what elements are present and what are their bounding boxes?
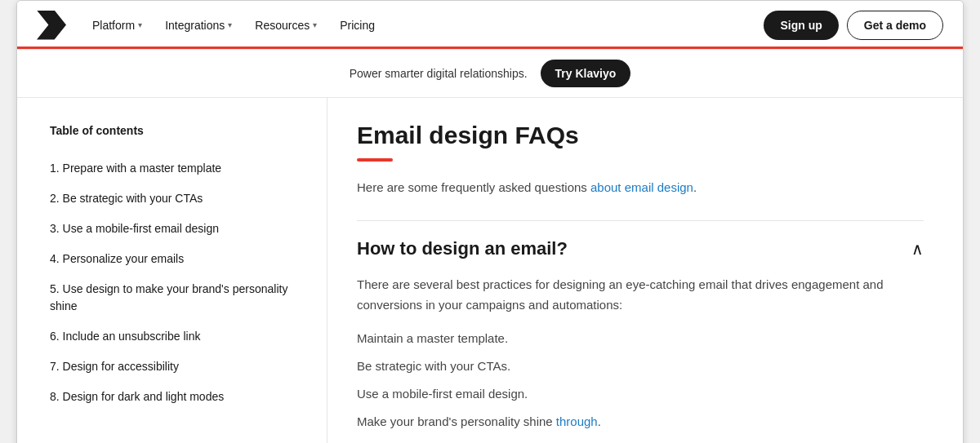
nav-links: Platform ▾ Integrations ▾ Resources ▾ Pr… bbox=[82, 12, 764, 38]
toc-item-8[interactable]: 8. Design for dark and light modes bbox=[50, 382, 307, 412]
faq-question-1: How to design an email? bbox=[357, 237, 568, 261]
toc-title: Table of contents bbox=[50, 124, 307, 137]
faq-question-row-1: How to design an email? ∧ bbox=[357, 237, 924, 261]
faq-title-underline bbox=[357, 158, 393, 162]
nav-platform-label: Platform bbox=[92, 19, 135, 32]
try-klaviyo-button[interactable]: Try Klaviyo bbox=[541, 60, 631, 87]
toc-item-2[interactable]: 2. Be strategic with your CTAs bbox=[50, 184, 307, 214]
faq-intro: Here are some frequently asked questions… bbox=[357, 178, 924, 197]
faq-divider bbox=[357, 220, 924, 221]
browser-frame: Platform ▾ Integrations ▾ Resources ▾ Pr… bbox=[16, 0, 964, 443]
toc-item-6[interactable]: 6. Include an unsubscribe link bbox=[50, 321, 307, 352]
faq-list-item-3: Use a mobile-first email design. bbox=[357, 384, 924, 404]
nav-integrations-label: Integrations bbox=[165, 19, 225, 32]
toc-item-3[interactable]: 3. Use a mobile-first email design bbox=[50, 214, 307, 244]
get-demo-button[interactable]: Get a demo bbox=[847, 11, 943, 40]
navbar: Platform ▾ Integrations ▾ Resources ▾ Pr… bbox=[17, 1, 963, 50]
nav-item-pricing[interactable]: Pricing bbox=[330, 12, 385, 38]
nav-item-resources[interactable]: Resources ▾ bbox=[245, 12, 327, 38]
faq-list-item-1: Maintain a master template. bbox=[357, 329, 924, 348]
klaviyo-logo bbox=[37, 11, 66, 40]
main-content: Email design FAQs Here are some frequent… bbox=[327, 98, 963, 443]
faq-answer-body: There are several best practices for des… bbox=[357, 274, 924, 316]
signup-button[interactable]: Sign up bbox=[764, 11, 838, 40]
sidebar: Table of contents 1. Prepare with a mast… bbox=[17, 98, 327, 443]
toc-item-7[interactable]: 7. Design for accessibility bbox=[50, 352, 307, 382]
main-layout: Table of contents 1. Prepare with a mast… bbox=[17, 98, 963, 443]
faq-intro-link[interactable]: about email design bbox=[590, 180, 693, 194]
promo-banner: Power smarter digital relationships. Try… bbox=[17, 50, 963, 98]
toc-item-4[interactable]: 4. Personalize your emails bbox=[50, 244, 307, 274]
toc-list: 1. Prepare with a master template 2. Be … bbox=[50, 153, 307, 412]
banner-text: Power smarter digital relationships. bbox=[350, 67, 528, 80]
platform-chevron-icon: ▾ bbox=[138, 20, 142, 29]
faq-list-item-2: Be strategic with your CTAs. bbox=[357, 357, 924, 376]
nav-resources-label: Resources bbox=[255, 19, 310, 32]
chevron-up-icon[interactable]: ∧ bbox=[911, 239, 924, 259]
integrations-chevron-icon: ▾ bbox=[228, 20, 232, 29]
faq-list-item-4: Make your brand's personality shine thro… bbox=[357, 412, 924, 432]
toc-item-5[interactable]: 5. Use design to make your brand's perso… bbox=[50, 274, 307, 321]
nav-actions: Sign up Get a demo bbox=[764, 11, 943, 40]
nav-item-platform[interactable]: Platform ▾ bbox=[82, 12, 152, 38]
nav-item-integrations[interactable]: Integrations ▾ bbox=[155, 12, 242, 38]
shine-through-link[interactable]: through bbox=[556, 414, 598, 428]
faq-title: Email design FAQs bbox=[357, 121, 924, 150]
nav-pricing-label: Pricing bbox=[340, 19, 375, 32]
resources-chevron-icon: ▾ bbox=[313, 20, 317, 29]
toc-item-1[interactable]: 1. Prepare with a master template bbox=[50, 153, 307, 184]
